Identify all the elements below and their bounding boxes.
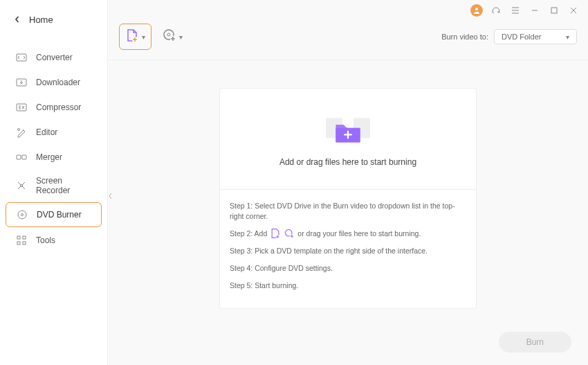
merger-icon <box>15 151 28 163</box>
sidebar: Home Converter Downloader Compressor Edi… <box>0 0 108 365</box>
svg-point-6 <box>21 185 23 187</box>
svg-rect-10 <box>23 236 26 239</box>
toolbar: ▾ ▾ Burn video to: DVD Folder ▾ <box>108 21 588 60</box>
converter-icon <box>15 51 28 64</box>
back-icon[interactable] <box>14 14 21 25</box>
sidebar-item-label: DVD Burner <box>37 210 82 220</box>
svg-rect-4 <box>17 155 21 159</box>
compressor-icon <box>15 101 28 114</box>
steps: Step 1: Select DVD Drive in the Burn vid… <box>220 190 476 308</box>
titlebar <box>108 0 588 21</box>
svg-point-3 <box>18 129 20 131</box>
editor-icon <box>15 126 28 139</box>
dvd-burner-icon <box>16 208 28 221</box>
maximize-icon[interactable] <box>548 4 560 17</box>
avatar-icon[interactable] <box>470 4 483 17</box>
dropzone-text: Add or drag files here to start burning <box>279 157 416 167</box>
step-5: Step 5: Start burning. <box>230 281 466 291</box>
sidebar-item-label: Editor <box>36 127 57 137</box>
svg-rect-9 <box>17 236 20 239</box>
step-3: Step 3: Pick a DVD template on the right… <box>230 246 466 256</box>
sidebar-item-tools[interactable]: Tools <box>6 229 102 252</box>
screen-recorder-icon <box>15 179 28 192</box>
chevron-down-icon: ▾ <box>566 33 569 41</box>
sidebar-item-label: Converter <box>36 53 73 62</box>
add-disc-icon <box>163 28 176 45</box>
svg-rect-11 <box>17 242 20 244</box>
svg-rect-5 <box>22 155 26 159</box>
sidebar-header: Home <box>0 0 107 39</box>
headset-icon[interactable] <box>490 4 502 17</box>
add-disc-button[interactable]: ▾ <box>157 24 188 49</box>
sidebar-item-merger[interactable]: Merger <box>6 145 102 169</box>
downloader-icon <box>15 76 28 89</box>
sidebar-item-label: Downloader <box>36 78 80 87</box>
step-2: Step 2: Add or drag your files here to s… <box>230 228 466 239</box>
sidebar-item-label: Screen Recorder <box>36 176 92 195</box>
step-4: Step 4: Configure DVD settings. <box>230 263 466 274</box>
svg-rect-2 <box>17 104 26 111</box>
sidebar-item-dvd-burner[interactable]: DVD Burner <box>6 202 102 227</box>
close-icon[interactable] <box>567 4 580 17</box>
svg-point-13 <box>475 8 478 10</box>
sidebar-items: Converter Downloader Compressor Editor M… <box>0 39 107 259</box>
add-file-icon <box>270 228 281 239</box>
chevron-down-icon: ▾ <box>179 33 183 41</box>
footer: Burn <box>499 332 571 353</box>
chevron-down-icon: ▾ <box>142 33 145 41</box>
burn-to-label: Burn video to: <box>441 33 488 41</box>
content: Add or drag files here to start burning … <box>108 60 588 365</box>
dropzone[interactable]: Add or drag files here to start burning … <box>219 88 477 309</box>
home-title: Home <box>29 15 53 25</box>
burn-to-value: DVD Folder <box>502 33 541 41</box>
sidebar-item-downloader[interactable]: Downloader <box>6 71 102 94</box>
svg-point-7 <box>18 211 26 219</box>
sidebar-item-screen-recorder[interactable]: Screen Recorder <box>6 170 102 201</box>
sidebar-item-compressor[interactable]: Compressor <box>6 96 102 119</box>
folder-plus-icon <box>320 112 376 149</box>
sidebar-item-label: Tools <box>36 235 55 245</box>
add-file-button[interactable]: ▾ <box>119 24 151 50</box>
add-disc-icon <box>284 228 295 239</box>
svg-rect-14 <box>551 8 557 13</box>
sidebar-item-label: Merger <box>36 152 62 162</box>
dropzone-top: Add or drag files here to start burning <box>220 89 476 190</box>
menu-icon[interactable] <box>509 4 522 17</box>
svg-point-8 <box>21 214 24 216</box>
sidebar-item-editor[interactable]: Editor <box>6 121 102 144</box>
add-file-icon <box>125 28 139 45</box>
burn-button[interactable]: Burn <box>499 332 571 353</box>
tools-icon <box>15 234 28 247</box>
main: ▾ ▾ Burn video to: DVD Folder ▾ <box>108 0 588 365</box>
svg-rect-12 <box>23 242 26 244</box>
burn-to-section: Burn video to: DVD Folder ▾ <box>441 29 577 44</box>
sidebar-item-label: Compressor <box>36 103 81 112</box>
step-1: Step 1: Select DVD Drive in the Burn vid… <box>230 201 466 221</box>
minimize-icon[interactable] <box>529 4 541 17</box>
burn-to-dropdown[interactable]: DVD Folder ▾ <box>494 29 577 44</box>
sidebar-item-converter[interactable]: Converter <box>6 46 102 69</box>
svg-point-17 <box>167 33 170 36</box>
